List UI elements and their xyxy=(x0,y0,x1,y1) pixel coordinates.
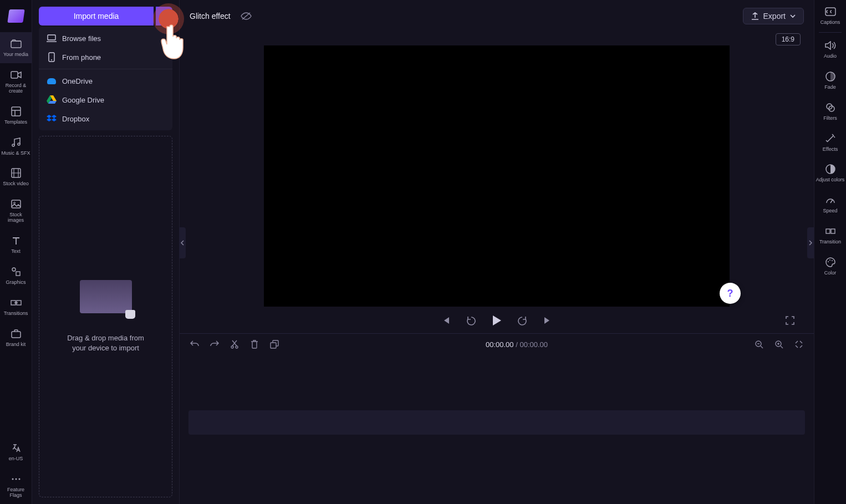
right-item-color[interactable]: Color xyxy=(814,251,846,282)
sidebar-item-language[interactable]: en-US xyxy=(0,436,32,467)
svg-rect-29 xyxy=(826,229,830,233)
dropdown-item-browse-files[interactable]: Browse files xyxy=(39,29,172,48)
dropzone-text: Drag & drop media from your device to im… xyxy=(62,333,150,353)
svg-point-4 xyxy=(18,143,20,145)
sidebar-label: Transitions xyxy=(4,311,28,317)
right-item-captions[interactable]: Captions xyxy=(814,0,846,31)
dropdown-item-google-drive[interactable]: Google Drive xyxy=(39,90,172,109)
visibility-icon[interactable] xyxy=(241,12,252,21)
forward-button[interactable] xyxy=(515,313,529,328)
svg-rect-16 xyxy=(48,35,55,40)
right-label: Filters xyxy=(823,116,837,121)
sidebar-item-templates[interactable]: Templates xyxy=(0,100,32,131)
svg-rect-6 xyxy=(12,200,21,208)
camera-icon xyxy=(10,69,22,81)
svg-point-3 xyxy=(12,144,14,146)
svg-point-32 xyxy=(829,259,830,261)
right-item-filters[interactable]: Filters xyxy=(814,96,846,127)
sidebar-item-record-create[interactable]: Record & create xyxy=(0,63,32,100)
sidebar-item-brand-kit[interactable]: Brand kit xyxy=(0,322,32,353)
collapse-right-panel-button[interactable] xyxy=(807,227,814,258)
fullscreen-button[interactable] xyxy=(783,313,797,328)
svg-point-31 xyxy=(828,261,829,262)
sidebar-item-your-media[interactable]: Your media xyxy=(0,32,32,63)
help-button[interactable]: ? xyxy=(720,283,741,304)
sidebar-label: Text xyxy=(11,249,21,254)
dropdown-label: From phone xyxy=(62,53,101,62)
right-sidebar: Captions Audio Fade Filters Effects Adju… xyxy=(814,0,846,504)
import-media-button[interactable]: Import media xyxy=(39,7,154,26)
sidebar-item-stock-video[interactable]: Stock video xyxy=(0,161,32,192)
right-item-audio[interactable]: Audio xyxy=(814,34,846,65)
sidebar-item-feature-flags[interactable]: Feature Flags xyxy=(0,467,32,504)
sidebar-item-transitions[interactable]: Transitions xyxy=(0,291,32,322)
right-item-transition[interactable]: Transition xyxy=(814,220,846,251)
redo-button[interactable] xyxy=(208,338,221,350)
timeline-track[interactable] xyxy=(188,410,805,435)
svg-rect-9 xyxy=(16,272,20,276)
play-button[interactable] xyxy=(490,313,504,328)
sidebar-item-graphics[interactable]: Graphics xyxy=(0,260,32,291)
export-button[interactable]: Export xyxy=(743,8,804,24)
main-area: Glitch effect Export 16:9 xyxy=(180,0,814,504)
shapes-icon xyxy=(10,266,22,278)
language-icon xyxy=(10,442,22,454)
export-label: Export xyxy=(763,12,786,21)
media-dropzone[interactable]: Drag & drop media from your device to im… xyxy=(39,136,172,497)
sidebar-label: Graphics xyxy=(6,280,26,286)
app-logo[interactable] xyxy=(0,0,32,32)
dropdown-label: Google Drive xyxy=(62,96,104,104)
import-row: Import media xyxy=(39,7,172,26)
skip-end-button[interactable] xyxy=(541,313,555,328)
more-icon xyxy=(10,473,22,485)
sidebar-label: Templates xyxy=(4,120,27,125)
filters-icon xyxy=(824,101,837,114)
right-label: Speed xyxy=(823,208,837,214)
skip-start-button[interactable] xyxy=(439,313,453,328)
right-item-effects[interactable]: Effects xyxy=(814,127,846,158)
dropdown-item-dropbox[interactable]: Dropbox xyxy=(39,109,172,128)
sidebar-item-music-sfx[interactable]: Music & SFX xyxy=(0,131,32,162)
sidebar-label: Music & SFX xyxy=(1,151,30,156)
dropdown-item-onedrive[interactable]: OneDrive xyxy=(39,72,172,90)
current-time: 00:00.00 xyxy=(486,340,514,349)
right-label: Captions xyxy=(820,20,840,26)
zoom-in-button[interactable] xyxy=(773,338,785,350)
svg-point-19 xyxy=(231,346,233,348)
svg-point-33 xyxy=(832,260,833,261)
svg-point-20 xyxy=(236,346,238,348)
timeline-tracks[interactable] xyxy=(180,355,814,504)
collapse-media-panel-button[interactable] xyxy=(179,227,186,258)
aspect-ratio-selector[interactable]: 16:9 xyxy=(776,33,801,45)
dropzone-thumbnail-icon xyxy=(80,280,132,313)
import-media-dropdown: Browse files From phone OneDrive Google … xyxy=(39,27,172,130)
split-button[interactable] xyxy=(228,338,241,350)
import-media-dropdown-toggle[interactable] xyxy=(156,7,172,26)
svg-rect-1 xyxy=(11,72,18,78)
right-item-fade[interactable]: Fade xyxy=(814,65,846,96)
sidebar-item-stock-images[interactable]: Stock images xyxy=(0,192,32,229)
duplicate-button[interactable] xyxy=(268,338,281,350)
right-item-adjust-colors[interactable]: Adjust colors xyxy=(814,157,846,189)
dropbox-icon xyxy=(47,114,57,124)
right-item-speed[interactable]: Speed xyxy=(814,189,846,220)
phone-icon xyxy=(47,52,57,62)
zoom-fit-button[interactable] xyxy=(793,338,805,350)
templates-icon xyxy=(10,105,22,118)
zoom-out-button[interactable] xyxy=(753,338,765,350)
audio-icon xyxy=(824,39,837,52)
dropdown-item-from-phone[interactable]: From phone xyxy=(39,48,172,67)
sidebar-label: Brand kit xyxy=(6,342,26,348)
svg-rect-2 xyxy=(12,107,21,116)
delete-button[interactable] xyxy=(248,338,261,350)
chevron-down-icon xyxy=(790,14,796,18)
sidebar-item-text[interactable]: Text xyxy=(0,229,32,260)
svg-rect-0 xyxy=(11,41,21,48)
undo-button[interactable] xyxy=(188,338,201,350)
right-label: Adjust colors xyxy=(816,177,845,183)
fade-icon xyxy=(824,70,837,83)
project-name[interactable]: Glitch effect xyxy=(190,12,231,21)
rewind-button[interactable] xyxy=(464,313,478,328)
video-preview[interactable] xyxy=(264,45,730,307)
svg-point-8 xyxy=(12,268,16,271)
